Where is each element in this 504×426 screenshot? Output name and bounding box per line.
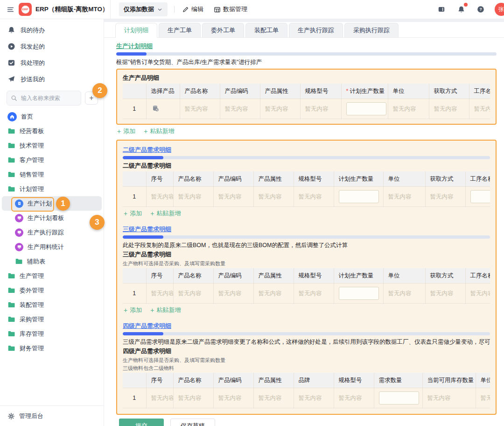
sidebar-item-首页[interactable]: 首页 bbox=[0, 109, 104, 124]
notifications-bell-icon[interactable] bbox=[455, 4, 467, 15]
section-link-二级产品需求明细[interactable]: 二级产品需求明细 bbox=[123, 146, 171, 153]
tab-装配工单[interactable]: 装配工单 bbox=[245, 23, 287, 37]
sidebar-quick-item[interactable]: 抄送我的 bbox=[0, 71, 104, 87]
sidebar-panel-icon[interactable] bbox=[436, 4, 447, 15]
input-cell bbox=[341, 99, 388, 119]
sidebar-item-生产执行跟踪[interactable]: 生产执行跟踪 bbox=[0, 225, 104, 240]
row-index: 1 bbox=[123, 99, 146, 119]
folder-icon bbox=[7, 142, 15, 149]
sidebar-item-销售管理[interactable]: 销售管理 bbox=[0, 167, 104, 182]
column-header: 规格型号 bbox=[294, 171, 334, 187]
notification-dot bbox=[464, 3, 468, 7]
annotation-box-requirement-sections: 二级产品需求明细 二级产品需求明细 序号产品名称产品编码产品属性规格型号计划生产… bbox=[116, 140, 497, 415]
section-link-plan-detail[interactable]: 生产计划明细 bbox=[116, 43, 153, 50]
folder-icon bbox=[7, 185, 15, 193]
input-cell bbox=[465, 187, 490, 207]
number-input[interactable] bbox=[339, 190, 379, 203]
column-header: 产品属性 bbox=[253, 171, 294, 187]
svg-text:?: ? bbox=[479, 7, 482, 12]
number-input[interactable] bbox=[379, 391, 419, 405]
form-scroll-area: 生产计划明细 根据"销售订单交货期、产品出库/生产需求量表"进行排产 生产产品明… bbox=[104, 38, 504, 426]
column-header: 单位 bbox=[476, 373, 490, 388]
sidebar-item-生产管理[interactable]: 生产管理 bbox=[0, 269, 104, 283]
sidebar-item-生产计划看板[interactable]: 生产计划看板 bbox=[0, 211, 104, 225]
tab-生产工单[interactable]: 生产工单 bbox=[159, 23, 201, 37]
sidebar-item-客户管理[interactable]: 客户管理 bbox=[0, 153, 104, 167]
sidebar-quick-item[interactable]: 我处理的 bbox=[0, 55, 104, 71]
sidebar-item-label: 销售管理 bbox=[20, 170, 44, 179]
add-row-button[interactable]: 添加 bbox=[124, 306, 142, 314]
add-row-button[interactable]: 添加 bbox=[124, 209, 142, 218]
section-link-四级产品需求明细[interactable]: 四级产品需求明细 bbox=[123, 322, 171, 329]
column-header bbox=[123, 171, 146, 187]
sidebar-item-生产用料统计[interactable]: 生产用料统计 bbox=[0, 240, 104, 254]
sidebar-item-label: 财务管理 bbox=[20, 344, 44, 353]
sidebar-search[interactable] bbox=[7, 91, 81, 106]
user-avatar[interactable]: 张 bbox=[495, 3, 504, 16]
sidebar-item-label: 首页 bbox=[21, 113, 33, 121]
sidebar-quick-item[interactable]: 我发起的 bbox=[0, 38, 104, 55]
sidebar-item-委外管理[interactable]: 委外管理 bbox=[0, 283, 104, 298]
placeholder-cell: 暂无内容 bbox=[383, 187, 425, 207]
placeholder-cell: 暂无内容 bbox=[294, 187, 334, 207]
topbar-divider bbox=[110, 0, 111, 19]
submit-button[interactable]: 提交 bbox=[119, 419, 164, 426]
topbar-right: ? 张 bbox=[436, 0, 504, 19]
mode-select-button[interactable]: 仅添加数据 bbox=[119, 2, 168, 16]
tab-生产执行跟踪[interactable]: 生产执行跟踪 bbox=[289, 23, 343, 37]
sidebar-item-技术管理[interactable]: 技术管理 bbox=[0, 138, 104, 153]
section-link-三级产品需求明细[interactable]: 三级产品需求明细 bbox=[123, 226, 171, 233]
sidebar-item-财务管理[interactable]: 财务管理 bbox=[0, 341, 104, 355]
number-input[interactable] bbox=[339, 287, 379, 300]
placeholder-cell: 暂无内容 bbox=[173, 284, 213, 304]
placeholder-cell: 暂无内容 bbox=[388, 99, 429, 119]
sidebar-menu: 首页 经营看板 技术管理 客户管理 销售管理 计划管理 生产计划1 生产计划看板… bbox=[0, 109, 104, 405]
number-input[interactable] bbox=[346, 102, 386, 115]
add-app-button[interactable]: + bbox=[85, 92, 98, 105]
column-header: 工序名称 bbox=[465, 268, 490, 284]
requirement-section: 四级产品需求明细 三级产品需求明细是原来二级产品需求明细变更了名称和公式，这样做… bbox=[123, 321, 490, 408]
placeholder-cell: 暂无内容 bbox=[429, 99, 469, 119]
placeholder-cell: 暂无内容 bbox=[260, 99, 300, 119]
sidebar-item-label: 计划管理 bbox=[20, 185, 44, 193]
sidebar-item-生产计划[interactable]: 生产计划1 bbox=[2, 196, 102, 211]
tab-采购执行跟踪[interactable]: 采购执行跟踪 bbox=[344, 23, 399, 37]
data-manage-button[interactable]: 数据管理 bbox=[213, 3, 248, 15]
tab-bar: 计划明细生产工单委外工单装配工单生产执行跟踪采购执行跟踪 bbox=[104, 22, 504, 38]
select-product-cell[interactable] bbox=[146, 99, 180, 119]
sidebar-item-辅助表[interactable]: 辅助表 bbox=[0, 254, 104, 269]
menu-toggle-icon[interactable] bbox=[5, 4, 16, 15]
section-desc: 三级产品需求明细是原来二级产品需求明细变更了名称和公式，这样做的好处是，后续引用… bbox=[123, 338, 490, 346]
add-row-button[interactable]: 添加 bbox=[117, 127, 135, 135]
edit-button[interactable]: 编辑 bbox=[181, 3, 204, 15]
tab-计划明细[interactable]: 计划明细 bbox=[115, 23, 157, 38]
placeholder-cell: 暂无内容 bbox=[425, 284, 465, 304]
sidebar-item-采购管理[interactable]: 采购管理 bbox=[0, 312, 104, 327]
sidebar-item-计划管理[interactable]: 计划管理 bbox=[0, 182, 104, 196]
table-row: 1暂无内容暂无内容暂无内容暂无内容暂无内容暂无内容暂无内容暂无内容 bbox=[123, 284, 490, 304]
save-draft-button[interactable]: 保存草稿 bbox=[170, 419, 215, 426]
sidebar-item-经营看板[interactable]: 经营看板 bbox=[0, 124, 104, 138]
paste-add-button[interactable]: 粘贴新增 bbox=[144, 127, 174, 135]
paste-add-button[interactable]: 粘贴新增 bbox=[150, 209, 181, 218]
sidebar-item-装配管理[interactable]: 装配管理 bbox=[0, 298, 104, 312]
help-icon[interactable]: ? bbox=[475, 4, 486, 15]
database-select-icon[interactable] bbox=[151, 104, 159, 112]
sidebar-item-label: 生产计划 bbox=[28, 199, 52, 208]
sidebar-item-label: 委外管理 bbox=[20, 286, 44, 295]
column-header: 选择产品 bbox=[146, 84, 180, 99]
tab-委外工单[interactable]: 委外工单 bbox=[202, 23, 244, 37]
input-cell bbox=[334, 284, 383, 304]
app-logo: ERP bbox=[19, 3, 32, 16]
placeholder-cell: 暂无内容 bbox=[146, 388, 173, 408]
admin-backend-link[interactable]: 管理后台 bbox=[0, 405, 104, 426]
table-title: 二级产品需求明细 bbox=[123, 162, 490, 170]
table-note: 三级物料包含二级物料 bbox=[123, 365, 490, 371]
number-input[interactable] bbox=[470, 190, 490, 203]
paste-add-button[interactable]: 粘贴新增 bbox=[150, 306, 181, 314]
sidebar-item-库存管理[interactable]: 库存管理 bbox=[0, 327, 104, 341]
sidebar-quick-item[interactable]: 我的待办 bbox=[0, 22, 104, 38]
search-input[interactable] bbox=[20, 94, 77, 102]
column-header: 获取方式 bbox=[425, 268, 465, 284]
progress-bar bbox=[123, 332, 490, 335]
